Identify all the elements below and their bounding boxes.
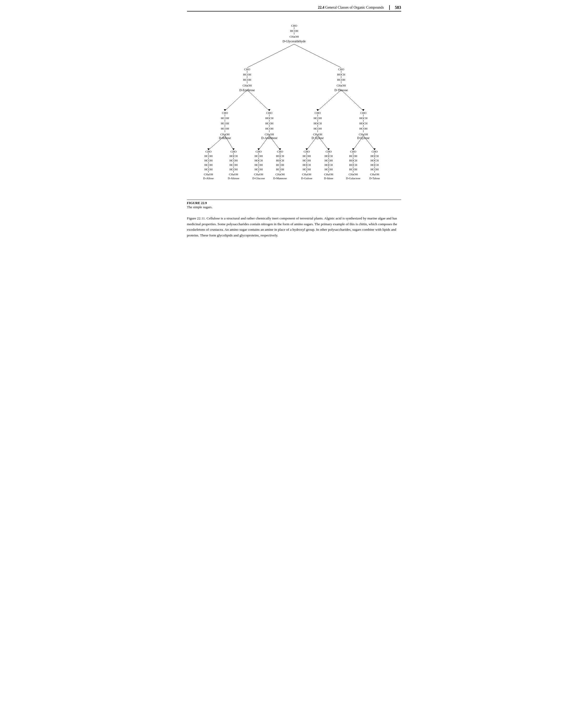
svg-line-5: [341, 90, 363, 111]
ribose-ch2oh: CH₂OH: [220, 133, 229, 136]
svg-line-3: [247, 90, 269, 111]
gulose-r2: HCOH: [302, 159, 311, 162]
threose-label: D-Threose: [334, 88, 348, 92]
lyxose-cho: CHO: [360, 111, 366, 115]
figure-caption-text: The simple sugars.: [187, 205, 213, 209]
section-title: 22.4 General Classes of Organic Compound…: [318, 5, 384, 10]
idose-r4: HCOH: [324, 168, 333, 171]
mannose-r3: HCOH: [276, 163, 284, 166]
gulose-ch2oh: CH₂OH: [302, 173, 311, 176]
lyxose-hoch1: HOCH: [359, 117, 367, 120]
gulose-r4: HCOH: [302, 168, 311, 171]
arabinose-hcoh2: HCOH: [265, 122, 273, 125]
root-cho: CHO: [291, 24, 297, 27]
idose-r2: HCOH: [324, 159, 333, 162]
galactose-ch2oh: CH₂OH: [349, 173, 358, 176]
talose-r1: HOCH: [371, 154, 378, 158]
altrose-r3: HCOH: [229, 163, 237, 166]
body-paragraph: Figure 22.11. Cellulose is a structural …: [187, 215, 401, 238]
galactose-r1: HCOH: [349, 154, 357, 158]
page-number: 583: [389, 5, 401, 10]
mannose-label: D-Mannose: [273, 177, 287, 180]
ribose-hcoh1: HCOH: [221, 117, 229, 120]
idose-ch2oh: CH₂OH: [324, 173, 333, 176]
erythrose-hcoh2: HCOH: [243, 78, 251, 81]
root-hcoh: HCOH: [290, 29, 298, 33]
ribose-cho: CHO: [222, 111, 228, 115]
svg-line-1: [294, 44, 341, 68]
allose-cho: CHO: [205, 150, 211, 153]
allose-r1: HCOH: [204, 154, 212, 158]
threose-ch2oh: CH₂OH: [336, 84, 345, 87]
arabinose-ch2oh: CH₂OH: [265, 133, 274, 136]
mannose-r2: HOCH: [276, 159, 284, 162]
xylose-hcoh3: HCOH: [313, 127, 321, 130]
idose-cho: CHO: [326, 150, 332, 153]
glucose-r2: HOCH: [254, 159, 262, 162]
root-ch2oh: CH₂OH: [290, 35, 298, 38]
ribose-hcoh3: HCOH: [221, 127, 229, 130]
figure-label-title: FIGURE 22.9: [187, 201, 207, 205]
xylose-hoch: HOCH: [313, 122, 321, 125]
galactose-label: D-Galactose: [346, 177, 360, 180]
altrose-cho: CHO: [230, 150, 236, 153]
gulose-r3: HOCH: [302, 163, 311, 166]
sugar-tree-diagram: CHO HCOH CH₂OH D-Glyceraldehyde CHO HCOH…: [187, 19, 401, 192]
glucose-ch2oh: CH₂OH: [254, 173, 263, 176]
section-name: General Classes of Organic Compounds: [325, 5, 384, 9]
altrose-r1: HOCH: [229, 154, 237, 158]
erythrose-label: D-Erythrose: [239, 88, 255, 92]
arabinose-cho: CHO: [266, 111, 272, 115]
arabinose-label: D-Arabinose: [261, 136, 277, 140]
glucose-label: D-Glucose: [252, 177, 265, 180]
svg-line-2: [225, 90, 247, 111]
talose-r2: HOCH: [371, 159, 378, 162]
mannose-r4: HCOH: [276, 168, 284, 171]
svg-line-4: [318, 90, 341, 111]
lyxose-label: D-Lyxose: [357, 136, 369, 140]
threose-hcoh: HCOH: [337, 78, 345, 81]
glucose-r3: HCOH: [254, 163, 262, 166]
idose-label: D-Idose: [324, 177, 333, 180]
figure-caption-block: FIGURE 22.9 The simple sugars.: [187, 200, 401, 209]
idose-r1: HOCH: [324, 154, 333, 158]
threose-hoch: HOCH: [337, 73, 345, 76]
galactose-r3: HOCH: [349, 163, 357, 166]
galactose-cho: CHO: [350, 150, 356, 153]
mannose-r1: HOCH: [276, 154, 284, 158]
section-number: 22.4: [318, 5, 324, 9]
ribose-label: D-Ribose: [219, 136, 231, 140]
talose-r3: HOCH: [371, 163, 378, 166]
allose-r4: HCOH: [204, 168, 212, 171]
altrose-ch2oh: CH₂OH: [229, 173, 238, 176]
xylose-cho: CHO: [315, 111, 320, 115]
mannose-ch2oh: CH₂OH: [275, 173, 285, 176]
gulose-r1: HCOH: [302, 154, 311, 158]
idose-r3: HOCH: [324, 163, 333, 166]
erythrose-cho: CHO: [244, 68, 250, 71]
talose-r4: HCOH: [371, 168, 378, 171]
ribose-hcoh2: HCOH: [221, 122, 229, 125]
allose-ch2oh: CH₂OH: [204, 173, 213, 176]
altrose-r2: HCOH: [229, 159, 237, 162]
svg-line-0: [247, 44, 294, 68]
root-label: D-Glyceraldehyde: [282, 39, 306, 43]
altrose-label: D-Altrose: [228, 177, 239, 180]
talose-ch2oh: CH₂OH: [370, 173, 379, 176]
arabinose-hoch: HOCH: [265, 117, 273, 120]
allose-label: D-Allose: [203, 177, 213, 180]
xylose-hcoh: HCOH: [313, 117, 321, 120]
erythrose-hcoh1: HCOH: [243, 73, 251, 76]
altrose-r4: HCOH: [229, 168, 237, 171]
allose-r2: HCOH: [204, 159, 212, 162]
talose-cho: CHO: [372, 150, 377, 153]
talose-label: D-Talose: [369, 177, 380, 180]
page-header: 22.4 General Classes of Organic Compound…: [187, 5, 401, 12]
glucose-r1: HCOH: [254, 154, 262, 158]
mannose-cho: CHO: [277, 150, 283, 153]
lyxose-hcoh: HCOH: [359, 127, 367, 130]
sugar-tree-svg: CHO HCOH CH₂OH D-Glyceraldehyde CHO HCOH…: [187, 19, 401, 192]
lyxose-hoch2: HOCH: [359, 122, 367, 125]
body-text: Figure 22.11. Cellulose is a structural …: [187, 215, 401, 238]
xylose-label: D-Xylose: [311, 136, 324, 140]
